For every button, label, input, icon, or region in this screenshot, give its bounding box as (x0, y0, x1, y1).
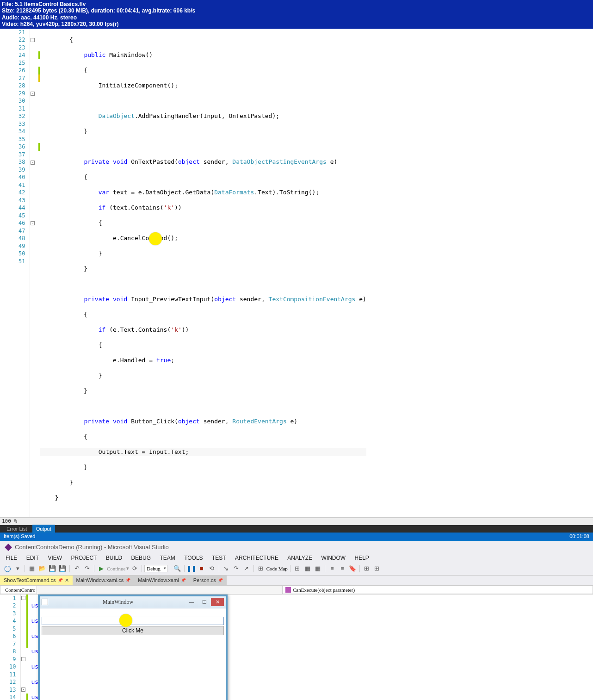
navigation-bar: ContentContro CanExecute(object paramete… (0, 586, 593, 595)
app-icon (42, 599, 48, 605)
config-combo[interactable]: Debug (144, 565, 167, 572)
nav-back-icon[interactable]: ◯ (3, 564, 12, 573)
menu-tools[interactable]: TOOLS (180, 554, 206, 562)
refresh-icon[interactable]: ⟳ (130, 564, 139, 573)
close-icon[interactable]: ✕ (65, 577, 69, 583)
codemap-label[interactable]: Code Map (266, 566, 288, 571)
fold-toggle[interactable]: - (31, 38, 35, 42)
continue-label[interactable]: Continue (107, 566, 125, 571)
tool-icon[interactable]: ⊞ (362, 564, 371, 573)
status-text: Item(s) Saved (4, 533, 35, 539)
cursor-highlight-icon (119, 614, 132, 627)
fold-column: - - - - (21, 595, 26, 700)
menu-file[interactable]: FILE (2, 554, 21, 562)
input-textbox[interactable] (42, 617, 224, 625)
tab-output[interactable]: Output (32, 525, 55, 533)
menu-build[interactable]: BUILD (102, 554, 126, 562)
menu-help[interactable]: HELP (351, 554, 372, 562)
document-tabs: ShowTextCommand.cs 📌 ✕ MainWindow.xaml.c… (0, 576, 593, 586)
nav-member-combo[interactable]: CanExecute(object parameter) (282, 586, 593, 594)
menu-analyze[interactable]: ANALYZE (284, 554, 316, 562)
cursor-highlight-icon (149, 232, 162, 245)
menu-architecture[interactable]: ARCHITECTURE (231, 554, 282, 562)
menu-view[interactable]: VIEW (44, 554, 66, 562)
bottom-panel-tabs: Error List Output (0, 525, 593, 533)
new-project-icon[interactable]: ▦ (27, 564, 37, 573)
stop-icon[interactable]: ■ (197, 564, 206, 573)
continue-button[interactable]: ▶ (97, 564, 106, 573)
code-content[interactable]: { public MainWindow() { InitializeCompon… (36, 29, 366, 517)
tab-mainwindow-cs[interactable]: MainWindow.xaml.cs 📌 (73, 576, 135, 585)
separator (25, 565, 25, 572)
codemap-icon[interactable]: ⊞ (256, 564, 266, 573)
separator (184, 565, 185, 572)
code-editor-bottom[interactable]: 1 2 3 4 5 6 7 8 9 10 11 12 13 14 15 16 1… (0, 595, 593, 700)
click-me-button[interactable]: Click Me (42, 626, 224, 635)
menu-window[interactable]: WINDOW (317, 554, 349, 562)
open-file-icon[interactable]: 📂 (37, 564, 47, 573)
size-info: Size: 21282495 bytes (20.30 MiB), durati… (2, 7, 591, 14)
fold-toggle[interactable]: - (31, 92, 35, 96)
minimize-button[interactable]: — (185, 598, 198, 606)
nav-fwd-icon[interactable]: ▾ (13, 564, 22, 573)
tab-mainwindow-xaml[interactable]: MainWindow.xaml 📌 (134, 576, 190, 585)
output-textblock (42, 610, 224, 617)
tool-icon[interactable]: ⊞ (372, 564, 382, 573)
app-titlebar[interactable]: MainWindow — ☐ ✕ (40, 596, 226, 608)
vs-toolbar: ◯ ▾ ▦ 📂 💾 💾 ↶ ↷ ▶ Continue ▾ ⟳ Debug 🔍 ❚… (0, 562, 593, 576)
code-editor-top[interactable]: 21 22 23 24 25 26 27 28 29 30 31 32 33 3… (0, 29, 593, 518)
running-app-window[interactable]: MainWindow — ☐ ✕ Click Me (38, 595, 228, 700)
tab-showtextcommand[interactable]: ShowTextCommand.cs 📌 ✕ (0, 576, 73, 585)
close-button[interactable]: ✕ (211, 598, 224, 606)
undo-icon[interactable]: ↶ (72, 564, 81, 573)
step-over-icon[interactable]: ↷ (232, 564, 241, 573)
find-icon[interactable]: 🔍 (173, 564, 182, 573)
pin-icon[interactable]: 📌 (181, 578, 186, 582)
fold-toggle[interactable]: - (21, 657, 25, 661)
fold-toggle[interactable]: - (21, 596, 25, 600)
nav-type-combo[interactable]: ContentContro (0, 586, 37, 594)
pin-icon[interactable]: 📌 (218, 578, 223, 582)
tool-icon[interactable]: ▦ (303, 564, 312, 573)
fold-toggle[interactable]: - (21, 688, 25, 692)
menu-team[interactable]: TEAM (156, 554, 179, 562)
pin-icon[interactable]: 📌 (125, 578, 130, 582)
fold-toggle[interactable]: - (31, 161, 35, 165)
separator (142, 565, 142, 572)
save-all-icon[interactable]: 💾 (58, 564, 67, 573)
menu-project[interactable]: PROJECT (67, 554, 100, 562)
app-body: Click Me (40, 608, 226, 637)
separator (325, 565, 325, 572)
status-timestamp: 00:01:08 (569, 533, 589, 539)
maximize-button[interactable]: ☐ (198, 598, 211, 606)
tool-icon[interactable]: ⊞ (293, 564, 302, 573)
audio-info: Audio: aac, 44100 Hz, stereo (2, 14, 591, 21)
comment-icon[interactable]: ≡ (327, 564, 337, 573)
bookmark-icon[interactable]: 🔖 (348, 564, 357, 573)
step-into-icon[interactable]: ↘ (222, 564, 231, 573)
menu-edit[interactable]: EDIT (23, 554, 43, 562)
vs-logo-icon (5, 544, 12, 551)
separator (359, 565, 360, 572)
step-out-icon[interactable]: ↗ (242, 564, 251, 573)
app-title: MainWindow (51, 599, 185, 606)
tab-error-list[interactable]: Error List (3, 525, 31, 533)
vs-menu-bar: FILE EDIT VIEW PROJECT BUILD DEBUG TEAM … (0, 554, 593, 562)
tool-icon[interactable]: ▦ (313, 564, 322, 573)
menu-test[interactable]: TEST (208, 554, 230, 562)
media-info-bar: File: 5.1 ItemsControl Basics.flv Size: … (0, 0, 593, 29)
zoom-level[interactable]: 100 % (0, 518, 593, 525)
redo-icon[interactable]: ↷ (82, 564, 92, 573)
pause-icon[interactable]: ❚❚ (187, 564, 196, 573)
pin-icon[interactable]: 📌 (58, 578, 63, 582)
tab-person-cs[interactable]: Person.cs 📌 (190, 576, 227, 585)
separator (253, 565, 254, 572)
uncomment-icon[interactable]: ≡ (338, 564, 347, 573)
separator (69, 565, 70, 572)
separator (94, 565, 94, 572)
save-icon[interactable]: 💾 (48, 564, 57, 573)
menu-debug[interactable]: DEBUG (127, 554, 154, 562)
restart-icon[interactable]: ⟲ (207, 564, 216, 573)
modified-indicator (26, 694, 28, 700)
fold-toggle[interactable]: - (31, 221, 35, 225)
